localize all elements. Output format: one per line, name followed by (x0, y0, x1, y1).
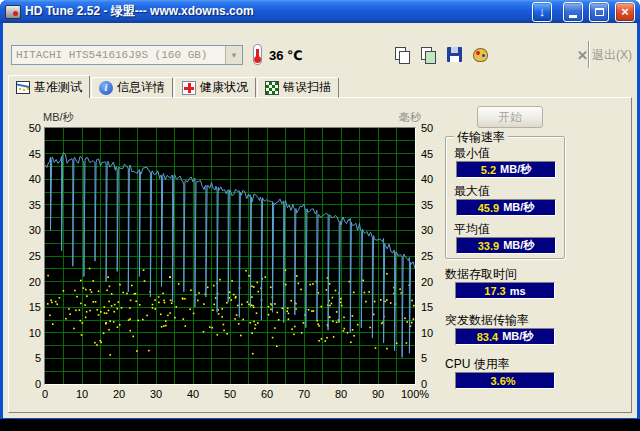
cpu-usage-value: 3.6% (490, 375, 515, 387)
drive-select-combobox[interactable]: HITACHI HTS541616J9S (160 GB) ▼ (11, 45, 243, 65)
tab-info[interactable]: 信息详情 (91, 77, 173, 98)
y-tick-left: 25 (13, 250, 41, 262)
access-time-value: 17.3 (484, 285, 505, 297)
y-tick-left: 35 (13, 199, 41, 211)
palette-icon (473, 48, 488, 62)
benchmark-panel: MB/秒 毫秒 05101520253035404550 05101520253… (8, 97, 632, 413)
download-arrow-icon: ↓ (539, 5, 546, 18)
max-value-display: 45.9 MB/秒 (456, 199, 556, 216)
titlebar[interactable]: HD Tune 2.52 - 绿盟--- www.xdowns.com ↓ × (0, 0, 640, 23)
y-tick-right: 50 (421, 122, 449, 134)
y-tick-left: 40 (13, 173, 41, 185)
y-axis-right-unit: 毫秒 (399, 110, 421, 125)
burst-rate-display: 83.4 MB/秒 (455, 328, 555, 345)
y-tick-left: 0 (13, 378, 41, 390)
tab-benchmark[interactable]: 基准测试 (8, 75, 90, 98)
avg-unit: MB/秒 (503, 238, 534, 253)
chart-canvas (45, 128, 415, 384)
tab-health-label: 健康状况 (200, 79, 248, 96)
error-scan-icon (265, 81, 279, 95)
download-button[interactable]: ↓ (532, 2, 552, 22)
save-icon (447, 47, 462, 62)
cpu-usage-display: 3.6% (455, 372, 555, 389)
hdtune-window: HD Tune 2.52 - 绿盟--- www.xdowns.com ↓ × … (0, 0, 640, 431)
palette-button[interactable] (468, 43, 492, 66)
exit-label: 退出(X) (592, 47, 632, 64)
avg-value-display: 33.9 MB/秒 (456, 237, 556, 254)
bottom-strip (0, 419, 640, 431)
tab-error-scan-label: 错误扫描 (283, 79, 331, 96)
copy-image-icon (420, 47, 436, 63)
x-tick: 80 (326, 388, 356, 400)
y-tick-left: 5 (13, 352, 41, 364)
max-label: 最大值 (454, 183, 490, 200)
y-tick-left: 20 (13, 276, 41, 288)
minimize-button[interactable] (563, 2, 583, 22)
x-tick: 20 (104, 388, 134, 400)
min-label: 最小值 (454, 145, 490, 162)
access-time-unit: ms (510, 285, 526, 297)
copy-image-button[interactable] (416, 43, 440, 66)
transfer-rate-group-title: 传输速率 (454, 129, 508, 146)
transfer-rate-group: 传输速率 最小值 5.2 MB/秒 最大值 45.9 MB/秒 平均值 33.9… (445, 136, 565, 259)
x-tick: 50 (215, 388, 245, 400)
drive-select-value: HITACHI HTS541616J9S (160 GB) (12, 46, 225, 64)
client-area: HITACHI HTS541616J9S (160 GB) ▼ 36 ℃ ✕ 退… (3, 23, 637, 418)
x-tick: 100% (400, 388, 430, 400)
x-tick: 70 (289, 388, 319, 400)
y-tick-left: 45 (13, 148, 41, 160)
x-tick: 10 (67, 388, 97, 400)
benchmark-chart (44, 127, 416, 385)
temperature-value: 36 ℃ (269, 48, 303, 63)
maximize-icon (595, 8, 604, 16)
close-button[interactable]: × (615, 2, 635, 22)
access-time-label: 数据存取时间 (445, 266, 517, 283)
min-unit: MB/秒 (500, 162, 531, 177)
access-time-display: 17.3 ms (455, 282, 555, 299)
y-tick-left: 15 (13, 301, 41, 313)
burst-rate-value: 83.4 (477, 331, 498, 343)
close-icon: × (621, 5, 629, 18)
tab-health[interactable]: 健康状况 (174, 77, 256, 98)
info-icon (99, 81, 113, 95)
tab-info-label: 信息详情 (117, 79, 165, 96)
burst-rate-unit: MB/秒 (502, 329, 533, 344)
x-tick: 60 (252, 388, 282, 400)
y-tick-left: 30 (13, 224, 41, 236)
max-value: 45.9 (478, 202, 499, 214)
copy-button[interactable] (390, 43, 414, 66)
save-screenshot-button[interactable] (442, 43, 466, 66)
chevron-down-icon[interactable]: ▼ (225, 46, 242, 64)
copy-icon (394, 47, 410, 63)
x-tick: 30 (141, 388, 171, 400)
app-icon (5, 5, 21, 19)
y-tick-right: 0 (421, 378, 449, 390)
x-tick: 40 (178, 388, 208, 400)
burst-rate-label: 突发数据传输率 (445, 312, 529, 329)
minimize-icon (569, 15, 577, 18)
y-axis-left-unit: MB/秒 (43, 110, 74, 125)
max-unit: MB/秒 (503, 200, 534, 215)
exit-button[interactable]: ✕ 退出(X) (577, 45, 632, 65)
tab-error-scan[interactable]: 错误扫描 (257, 77, 339, 98)
x-tick: 0 (30, 388, 60, 400)
cpu-usage-label: CPU 使用率 (445, 356, 510, 373)
y-tick-left: 10 (13, 327, 41, 339)
benchmark-icon (16, 81, 30, 94)
start-button[interactable]: 开始 (477, 106, 543, 128)
avg-value: 33.9 (478, 240, 499, 252)
window-title: HD Tune 2.52 - 绿盟--- www.xdowns.com (25, 3, 526, 20)
min-value-display: 5.2 MB/秒 (456, 161, 556, 178)
avg-label: 平均值 (454, 221, 490, 238)
x-tick: 90 (363, 388, 393, 400)
tab-benchmark-label: 基准测试 (34, 79, 82, 96)
maximize-button[interactable] (589, 2, 609, 22)
tab-bar: 基准测试 信息详情 健康状况 错误扫描 (8, 75, 340, 98)
thermometer-icon (253, 44, 262, 65)
exit-x-icon: ✕ (577, 48, 588, 63)
health-cross-icon (182, 81, 196, 95)
y-tick-left: 50 (13, 122, 41, 134)
min-value: 5.2 (481, 164, 496, 176)
